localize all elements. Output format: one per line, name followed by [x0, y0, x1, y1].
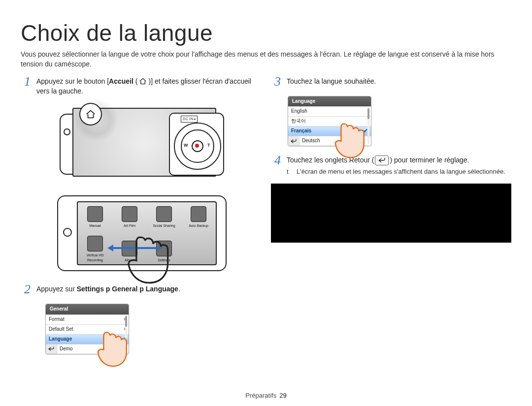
menu-item-format[interactable]: Format› [46, 314, 129, 324]
home-tile-social-label: Social Sharing [153, 223, 175, 228]
step-4-bullet: t L'écran de menu et les messages s'affi… [287, 167, 511, 177]
intro-text: Vous pouvez sélectionner la langue de vo… [21, 49, 511, 69]
hand-swipe-icon [121, 231, 175, 285]
lang-item-francais[interactable]: Français✔ [288, 126, 371, 136]
step-number-4: 4 [271, 154, 281, 167]
zoom-w-label: W [184, 142, 188, 149]
general-panel-figure: General Format› Default Set› Language› D… [45, 304, 129, 354]
menu-item-language[interactable]: Language› [46, 334, 129, 344]
home-tile-vhd-label: Vertical HD Recording [80, 253, 110, 263]
camera-illustration-homescreen: Manual Art Film Social Sharing Auto Back… [57, 189, 225, 273]
home-tile-backup-label: Auto Backup [189, 223, 208, 228]
menu-item-default-set[interactable]: Default Set› [46, 324, 129, 334]
page-footer: Préparatifs29 [0, 392, 532, 399]
home-tile-social-icon [156, 206, 172, 222]
step-number-3: 3 [271, 75, 281, 88]
home-tile-artfilm-label: Art Film [124, 223, 135, 228]
camera-illustration-closed: DC IN◂ W T [60, 103, 222, 182]
language-panel-figure: Language English 한국어 Français✔ Deutsch [288, 96, 371, 147]
home-tile-vhd-icon [87, 236, 103, 251]
language-panel-header: Language [288, 96, 371, 107]
dc-in-label: DC IN◂ [181, 116, 198, 123]
home-button-icon [79, 103, 102, 125]
back-button[interactable] [288, 136, 299, 146]
step-1-text: Appuyez sur le bouton [Accueil ()] et fa… [36, 76, 261, 96]
scrollbar[interactable] [367, 107, 369, 145]
scrollbar[interactable] [125, 315, 127, 352]
page-title: Choix de la langue [21, 20, 511, 46]
home-icon [138, 78, 147, 85]
return-arrow-icon [291, 139, 297, 144]
step-number-2: 2 [21, 283, 31, 296]
return-button-icon [375, 156, 389, 165]
record-button-icon [192, 140, 203, 152]
zoom-t-label: T [207, 142, 210, 149]
general-panel-header: General [46, 304, 129, 314]
menu-item-demo[interactable]: Demo› [46, 344, 129, 354]
home-tile-backup-icon [191, 206, 206, 222]
lang-item-deutsch[interactable]: Deutsch [288, 136, 371, 146]
home-tile-manual-label: Manual [90, 223, 101, 228]
general-panel: General Format› Default Set› Language› D… [45, 304, 129, 354]
lang-item-english[interactable]: English [288, 106, 371, 116]
home-tile-artfilm-icon [122, 206, 137, 222]
language-panel: Language English 한국어 Français✔ Deutsch [288, 96, 371, 147]
back-button[interactable] [46, 344, 57, 354]
home-tile-manual-icon [87, 206, 103, 222]
step-3-text: Touchez la langue souhaitée. [287, 76, 511, 86]
return-arrow-icon [48, 346, 54, 351]
lang-item-korean[interactable]: 한국어 [288, 116, 371, 126]
step-4-text: Touchez les onglets Retour () pour termi… [287, 155, 511, 165]
note-block [271, 184, 511, 243]
step-2-text: Appuyez sur Settings p General p Languag… [36, 284, 261, 294]
step-number-1: 1 [21, 75, 31, 88]
